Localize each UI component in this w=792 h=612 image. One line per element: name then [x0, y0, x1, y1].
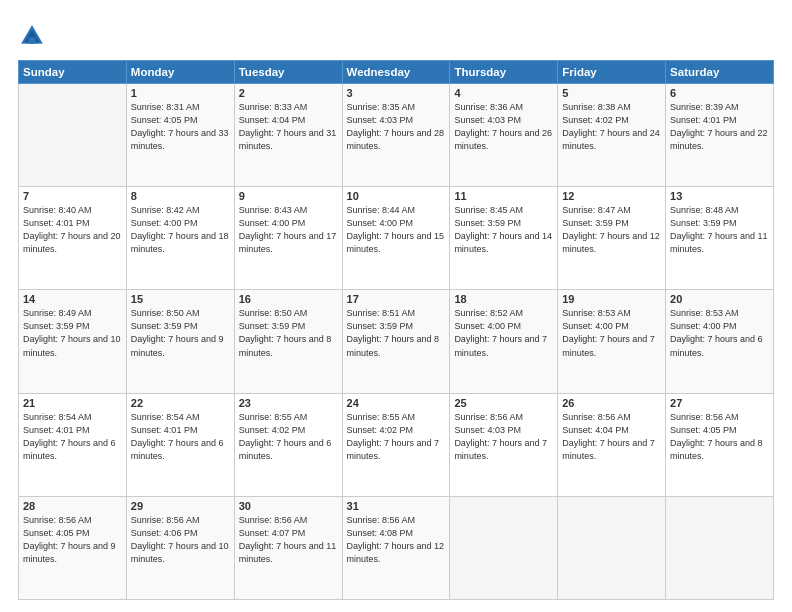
day-number: 29 [131, 500, 230, 512]
sunset-text: Sunset: 4:03 PM [454, 115, 521, 125]
daylight-text: Daylight: 7 hours and 12 minutes. [347, 541, 445, 564]
calendar-day-cell: 20Sunrise: 8:53 AMSunset: 4:00 PMDayligh… [666, 290, 774, 393]
day-number: 5 [562, 87, 661, 99]
sunset-text: Sunset: 4:00 PM [454, 321, 521, 331]
calendar-day-cell: 9Sunrise: 8:43 AMSunset: 4:00 PMDaylight… [234, 187, 342, 290]
calendar-day-cell: 21Sunrise: 8:54 AMSunset: 4:01 PMDayligh… [19, 393, 127, 496]
sunrise-text: Sunrise: 8:53 AM [562, 308, 631, 318]
day-info: Sunrise: 8:50 AMSunset: 3:59 PMDaylight:… [131, 307, 230, 359]
sunset-text: Sunset: 4:03 PM [454, 425, 521, 435]
sunset-text: Sunset: 4:01 PM [23, 425, 90, 435]
calendar-day-cell: 14Sunrise: 8:49 AMSunset: 3:59 PMDayligh… [19, 290, 127, 393]
day-info: Sunrise: 8:55 AMSunset: 4:02 PMDaylight:… [239, 411, 338, 463]
day-number: 12 [562, 190, 661, 202]
calendar-day-cell: 2Sunrise: 8:33 AMSunset: 4:04 PMDaylight… [234, 84, 342, 187]
day-number: 8 [131, 190, 230, 202]
day-number: 17 [347, 293, 446, 305]
sunset-text: Sunset: 4:00 PM [239, 218, 306, 228]
sunset-text: Sunset: 3:59 PM [670, 218, 737, 228]
day-info: Sunrise: 8:55 AMSunset: 4:02 PMDaylight:… [347, 411, 446, 463]
sunset-text: Sunset: 4:02 PM [347, 425, 414, 435]
calendar-day-header: Monday [126, 61, 234, 84]
daylight-text: Daylight: 7 hours and 12 minutes. [562, 231, 660, 254]
daylight-text: Daylight: 7 hours and 6 minutes. [131, 438, 224, 461]
calendar-day-cell: 30Sunrise: 8:56 AMSunset: 4:07 PMDayligh… [234, 496, 342, 599]
calendar-day-cell: 29Sunrise: 8:56 AMSunset: 4:06 PMDayligh… [126, 496, 234, 599]
day-info: Sunrise: 8:38 AMSunset: 4:02 PMDaylight:… [562, 101, 661, 153]
daylight-text: Daylight: 7 hours and 7 minutes. [347, 438, 440, 461]
sunrise-text: Sunrise: 8:56 AM [239, 515, 308, 525]
calendar-day-cell [450, 496, 558, 599]
daylight-text: Daylight: 7 hours and 28 minutes. [347, 128, 445, 151]
calendar-header-row: SundayMondayTuesdayWednesdayThursdayFrid… [19, 61, 774, 84]
calendar-table: SundayMondayTuesdayWednesdayThursdayFrid… [18, 60, 774, 600]
daylight-text: Daylight: 7 hours and 10 minutes. [131, 541, 229, 564]
sunrise-text: Sunrise: 8:56 AM [454, 412, 523, 422]
day-info: Sunrise: 8:51 AMSunset: 3:59 PMDaylight:… [347, 307, 446, 359]
sunrise-text: Sunrise: 8:48 AM [670, 205, 739, 215]
day-info: Sunrise: 8:47 AMSunset: 3:59 PMDaylight:… [562, 204, 661, 256]
sunset-text: Sunset: 3:59 PM [454, 218, 521, 228]
sunset-text: Sunset: 3:59 PM [23, 321, 90, 331]
daylight-text: Daylight: 7 hours and 6 minutes. [23, 438, 116, 461]
day-number: 25 [454, 397, 553, 409]
sunset-text: Sunset: 4:01 PM [670, 115, 737, 125]
calendar-day-cell: 18Sunrise: 8:52 AMSunset: 4:00 PMDayligh… [450, 290, 558, 393]
day-number: 1 [131, 87, 230, 99]
day-info: Sunrise: 8:36 AMSunset: 4:03 PMDaylight:… [454, 101, 553, 153]
sunrise-text: Sunrise: 8:50 AM [131, 308, 200, 318]
daylight-text: Daylight: 7 hours and 6 minutes. [239, 438, 332, 461]
day-number: 27 [670, 397, 769, 409]
sunset-text: Sunset: 3:59 PM [239, 321, 306, 331]
sunset-text: Sunset: 4:00 PM [562, 321, 629, 331]
sunrise-text: Sunrise: 8:40 AM [23, 205, 92, 215]
calendar-day-cell: 4Sunrise: 8:36 AMSunset: 4:03 PMDaylight… [450, 84, 558, 187]
sunrise-text: Sunrise: 8:36 AM [454, 102, 523, 112]
calendar-day-cell: 12Sunrise: 8:47 AMSunset: 3:59 PMDayligh… [558, 187, 666, 290]
calendar-day-header: Friday [558, 61, 666, 84]
day-info: Sunrise: 8:48 AMSunset: 3:59 PMDaylight:… [670, 204, 769, 256]
sunrise-text: Sunrise: 8:42 AM [131, 205, 200, 215]
header [18, 18, 774, 50]
daylight-text: Daylight: 7 hours and 7 minutes. [562, 438, 655, 461]
calendar-day-cell: 13Sunrise: 8:48 AMSunset: 3:59 PMDayligh… [666, 187, 774, 290]
day-number: 7 [23, 190, 122, 202]
day-number: 19 [562, 293, 661, 305]
calendar-day-cell: 23Sunrise: 8:55 AMSunset: 4:02 PMDayligh… [234, 393, 342, 496]
day-info: Sunrise: 8:40 AMSunset: 4:01 PMDaylight:… [23, 204, 122, 256]
calendar-day-cell: 17Sunrise: 8:51 AMSunset: 3:59 PMDayligh… [342, 290, 450, 393]
daylight-text: Daylight: 7 hours and 8 minutes. [239, 334, 332, 357]
day-info: Sunrise: 8:53 AMSunset: 4:00 PMDaylight:… [562, 307, 661, 359]
day-number: 6 [670, 87, 769, 99]
page: SundayMondayTuesdayWednesdayThursdayFrid… [0, 0, 792, 612]
logo [18, 22, 50, 50]
day-number: 26 [562, 397, 661, 409]
daylight-text: Daylight: 7 hours and 8 minutes. [347, 334, 440, 357]
sunrise-text: Sunrise: 8:31 AM [131, 102, 200, 112]
daylight-text: Daylight: 7 hours and 7 minutes. [454, 438, 547, 461]
calendar-day-cell: 5Sunrise: 8:38 AMSunset: 4:02 PMDaylight… [558, 84, 666, 187]
daylight-text: Daylight: 7 hours and 14 minutes. [454, 231, 552, 254]
sunset-text: Sunset: 4:00 PM [347, 218, 414, 228]
day-number: 23 [239, 397, 338, 409]
calendar-day-cell: 24Sunrise: 8:55 AMSunset: 4:02 PMDayligh… [342, 393, 450, 496]
day-number: 4 [454, 87, 553, 99]
sunset-text: Sunset: 4:03 PM [347, 115, 414, 125]
calendar-week-row: 14Sunrise: 8:49 AMSunset: 3:59 PMDayligh… [19, 290, 774, 393]
sunset-text: Sunset: 4:00 PM [131, 218, 198, 228]
calendar-day-header: Saturday [666, 61, 774, 84]
day-number: 11 [454, 190, 553, 202]
sunrise-text: Sunrise: 8:50 AM [239, 308, 308, 318]
daylight-text: Daylight: 7 hours and 10 minutes. [23, 334, 121, 357]
sunrise-text: Sunrise: 8:52 AM [454, 308, 523, 318]
daylight-text: Daylight: 7 hours and 15 minutes. [347, 231, 445, 254]
calendar-day-cell: 16Sunrise: 8:50 AMSunset: 3:59 PMDayligh… [234, 290, 342, 393]
day-info: Sunrise: 8:52 AMSunset: 4:00 PMDaylight:… [454, 307, 553, 359]
day-info: Sunrise: 8:56 AMSunset: 4:05 PMDaylight:… [23, 514, 122, 566]
sunset-text: Sunset: 4:04 PM [239, 115, 306, 125]
day-info: Sunrise: 8:56 AMSunset: 4:04 PMDaylight:… [562, 411, 661, 463]
calendar-week-row: 21Sunrise: 8:54 AMSunset: 4:01 PMDayligh… [19, 393, 774, 496]
calendar-day-header: Sunday [19, 61, 127, 84]
day-number: 15 [131, 293, 230, 305]
day-number: 24 [347, 397, 446, 409]
